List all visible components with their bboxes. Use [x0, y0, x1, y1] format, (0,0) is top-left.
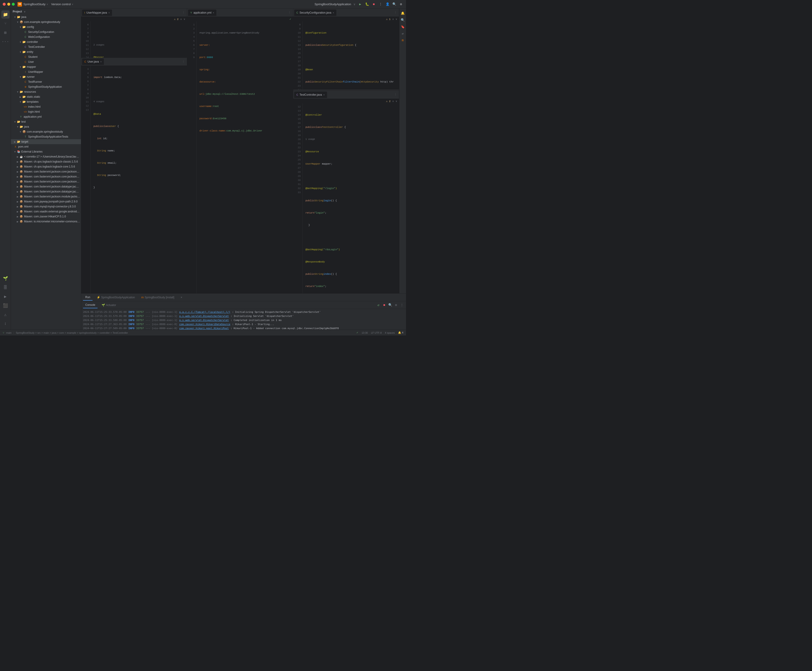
- tree-templates-folder[interactable]: ▼ 📂 templates: [11, 99, 81, 104]
- controller-tab-close[interactable]: ×: [323, 94, 324, 96]
- collapse-icon-sec[interactable]: ∨: [396, 18, 397, 20]
- tree-jackson-ann[interactable]: ▶ 📦 Maven: com.fasterxml.jackson.core:ja…: [11, 169, 81, 174]
- tree-jackson-dt2[interactable]: ▶ 📦 Maven: com.fasterxml.jackson.datatyp…: [11, 189, 81, 194]
- project-files-icon[interactable]: 📁: [2, 10, 10, 19]
- editor-tab-more[interactable]: ⋮: [181, 11, 186, 14]
- run-tab-springboot[interactable]: ⚡ SpringBootStudyApplication: [94, 294, 137, 301]
- spring-icon[interactable]: 🌱: [2, 274, 10, 283]
- filter-btn[interactable]: 🔍: [388, 303, 392, 307]
- log-class-1[interactable]: o.a.c.c.C.[Tomcat].[localhost].[/]: [179, 310, 230, 313]
- tree-student[interactable]: C Student: [11, 54, 81, 60]
- tree-pom-xml[interactable]: X pom.xml: [11, 144, 81, 149]
- editor-content-yaml[interactable]: 1 2 3 4 5 6 7 8 9 #spring.: [187, 21, 293, 293]
- version-chevron[interactable]: ∨: [72, 3, 73, 5]
- close-button[interactable]: [3, 3, 6, 6]
- tree-android-json[interactable]: ▶ 📦 Maven: com.vaadin.external.google:an…: [11, 209, 81, 214]
- indent[interactable]: 4 spaces: [385, 331, 395, 334]
- tree-index-html[interactable]: </> index.html: [11, 104, 81, 109]
- tree-mysql[interactable]: ▶ 📦 Maven: com.mysql:mysql-connector-j:8…: [11, 204, 81, 209]
- more-tools-icon[interactable]: ···: [2, 37, 10, 46]
- project-name[interactable]: SpringBootStudy: [23, 2, 46, 6]
- minimize-button[interactable]: [7, 3, 10, 6]
- tree-controller-folder[interactable]: ▼ 📂 controller: [11, 39, 81, 44]
- log-class-5[interactable]: com.zaxxer.hikari.pool.HikariPool: [179, 327, 229, 330]
- right-maven-icon[interactable]: m: [400, 37, 405, 43]
- log-class-3[interactable]: o.s.web.servlet.DispatcherServlet: [179, 319, 229, 322]
- tree-entity-folder[interactable]: ▼ 📂 entity: [11, 49, 81, 54]
- line-col[interactable]: 13:30: [362, 331, 368, 334]
- notification-count[interactable]: 🔔 4: [398, 331, 403, 334]
- tree-logback-classic[interactable]: ▶ 📦 Maven: ch.qos.logback:logback-classi…: [11, 159, 81, 164]
- tab-testcontroller[interactable]: C TestController.java ×: [294, 92, 327, 98]
- database-icon[interactable]: 🗄: [2, 283, 10, 291]
- stop-btn[interactable]: ■: [382, 303, 387, 307]
- tab-yaml[interactable]: Y application.yml ×: [188, 10, 217, 16]
- problems-icon[interactable]: ⚠: [2, 310, 10, 319]
- right-diff-icon[interactable]: ⇄: [400, 31, 405, 36]
- run-tab-run[interactable]: Run: [83, 294, 92, 301]
- tree-testcontroller[interactable]: C TestController: [11, 44, 81, 49]
- tree-jackson-data[interactable]: ▶ 📦 Maven: com.fasterxml.jackson.core:ja…: [11, 179, 81, 184]
- vcs-icon[interactable]: ⑂: [2, 19, 10, 28]
- tree-security-config[interactable]: C SecurityConfiguration: [11, 29, 81, 34]
- git-log-icon[interactable]: ↕: [2, 320, 10, 328]
- tree-external-libs[interactable]: ▼ 📚 External Libraries: [11, 149, 81, 154]
- editor-tab-more-user[interactable]: ⋮: [181, 60, 186, 63]
- expand-icon-ctrl[interactable]: ∧: [392, 100, 394, 103]
- editor-content-user[interactable]: 3 4 5 6 7 8 9 10 11 12 13: [81, 66, 187, 293]
- log-class-4[interactable]: com.zaxxer.hikari.HikariDataSource: [179, 323, 230, 326]
- maximize-button[interactable]: [12, 3, 15, 6]
- tree-runner-folder[interactable]: ▼ 📂 runner: [11, 74, 81, 79]
- tree-logback-core[interactable]: ▶ 📦 Maven: ch.qos.logback:logback-core:1…: [11, 164, 81, 169]
- editor-content-usermapper[interactable]: 6 7 8 9 10 11 12 13 14: [81, 21, 187, 58]
- project-header-chevron[interactable]: ∨: [24, 10, 26, 13]
- run-tab-maven[interactable]: m SpringBootStudy [install]: [139, 294, 177, 301]
- tree-jackson-dt1[interactable]: ▶ 📦 Maven: com.fasterxml.jackson.datatyp…: [11, 184, 81, 189]
- tree-main-app[interactable]: ⚙ SpringBootStudyApplication: [11, 84, 81, 89]
- debug-icon[interactable]: 🐛: [365, 2, 369, 7]
- encoding[interactable]: LF UTF-8: [371, 331, 382, 334]
- search-icon[interactable]: 🔍: [392, 2, 396, 7]
- terminal-icon[interactable]: ⬛: [2, 301, 10, 310]
- tree-login-html[interactable]: </> login.html: [11, 109, 81, 114]
- run-tab-close[interactable]: ×: [178, 294, 184, 301]
- right-notifications-icon[interactable]: 🔔: [400, 10, 405, 16]
- actuator-tab[interactable]: 🌱 Actuator: [99, 302, 118, 308]
- security-tab-close[interactable]: ×: [333, 11, 334, 14]
- tree-test-folder[interactable]: ▼ 📂 test: [11, 119, 81, 124]
- tab-usermapper[interactable]: I UserMapper.java ×: [82, 10, 112, 16]
- project-chevron[interactable]: ∨: [46, 3, 48, 5]
- tree-mapper-folder[interactable]: ▼ 📂 mapper: [11, 65, 81, 69]
- more-btn[interactable]: ⋮: [400, 303, 404, 307]
- tree-config-folder[interactable]: ▼ 📂 config: [11, 24, 81, 29]
- git-branch[interactable]: main: [6, 331, 12, 334]
- tree-application-yml[interactable]: Y application.yml: [11, 114, 81, 119]
- expand-icon-sec[interactable]: ∧: [392, 18, 394, 20]
- console-tab[interactable]: Console: [83, 302, 97, 308]
- app-run-chevron[interactable]: ∨: [353, 2, 356, 6]
- tab-security[interactable]: C SecurityConfiguration.java ×: [294, 10, 336, 16]
- collapse-icon-ctrl[interactable]: ∨: [396, 100, 397, 103]
- tree-jsonpath[interactable]: ▶ 📦 Maven: com.jayway.jsonpath:json-path…: [11, 199, 81, 204]
- editor-tab-more-controller[interactable]: ⋮: [393, 93, 398, 96]
- collapse-icon-um[interactable]: ∨: [184, 18, 185, 20]
- yaml-tab-close[interactable]: ×: [213, 11, 214, 14]
- settings-icon[interactable]: ⚙: [399, 2, 403, 7]
- tree-test-package[interactable]: ▼ 📦 com.example.springbootstudy: [11, 129, 81, 134]
- tree-web-config[interactable]: C WebConfiguration: [11, 34, 81, 39]
- tree-test-java[interactable]: ▼ 📂 java: [11, 124, 81, 129]
- version-control-label[interactable]: Version control: [51, 2, 71, 6]
- expand-icon-um[interactable]: ∧: [180, 18, 182, 20]
- editor-content-controller[interactable]: 12 13 14 15 16 17 18 19 20 21 22: [293, 103, 399, 293]
- user-tab-close[interactable]: ×: [100, 60, 102, 63]
- usermapper-tab-close[interactable]: ×: [108, 11, 110, 14]
- tree-micrometer[interactable]: ▶ 📦 Maven: io.micrometer:micrometer-comm…: [11, 219, 81, 224]
- tree-target-folder[interactable]: ▶ 📂 target: [11, 139, 81, 144]
- tab-user[interactable]: C User.java ×: [82, 58, 104, 65]
- right-bookmark-icon[interactable]: 🔖: [400, 24, 405, 29]
- tree-package[interactable]: ▼ 📦 com.example.springbootstudy: [11, 19, 81, 24]
- tree-hikaricp[interactable]: ▶ 📦 Maven: com.zaxxer:HikariCP:5.1.0: [11, 214, 81, 219]
- tree-usermapper[interactable]: I UserMapper: [11, 69, 81, 74]
- tree-static-folder[interactable]: ▶ 📂 static.static: [11, 94, 81, 99]
- tree-testrunner[interactable]: C TestRunner: [11, 79, 81, 84]
